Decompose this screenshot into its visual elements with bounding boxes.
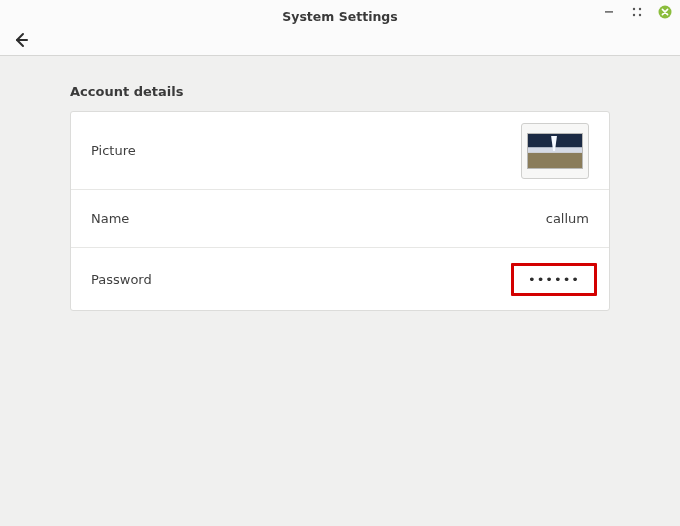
window-controls [602, 5, 672, 19]
account-details-panel: Picture Name callum Password •••••• [70, 111, 610, 311]
name-row[interactable]: Name callum [71, 190, 609, 248]
svg-point-3 [633, 14, 635, 16]
svg-rect-0 [605, 11, 613, 12]
svg-rect-7 [528, 151, 582, 168]
minimize-icon [604, 7, 614, 17]
password-label: Password [91, 272, 152, 287]
close-icon [658, 5, 672, 19]
svg-point-4 [639, 14, 641, 16]
change-picture-button[interactable] [521, 123, 589, 179]
password-value-highlight: •••••• [511, 263, 597, 296]
back-button[interactable] [10, 29, 32, 51]
picture-label: Picture [91, 143, 136, 158]
maximize-button[interactable] [630, 5, 644, 19]
name-label: Name [91, 211, 129, 226]
maximize-icon [632, 7, 642, 17]
svg-point-2 [639, 8, 641, 10]
titlebar: System Settings [0, 0, 680, 56]
section-heading: Account details [70, 84, 610, 99]
content-area: Account details Picture Name callum Pass… [0, 56, 680, 311]
back-arrow-icon [12, 31, 30, 49]
password-value: •••••• [528, 272, 580, 287]
picture-row: Picture [71, 112, 609, 190]
password-row[interactable]: Password •••••• [71, 248, 609, 310]
name-value: callum [546, 211, 589, 226]
close-button[interactable] [658, 5, 672, 19]
avatar-thumbnail-icon [527, 133, 583, 169]
window-title: System Settings [282, 9, 397, 24]
svg-point-1 [633, 8, 635, 10]
minimize-button[interactable] [602, 5, 616, 19]
